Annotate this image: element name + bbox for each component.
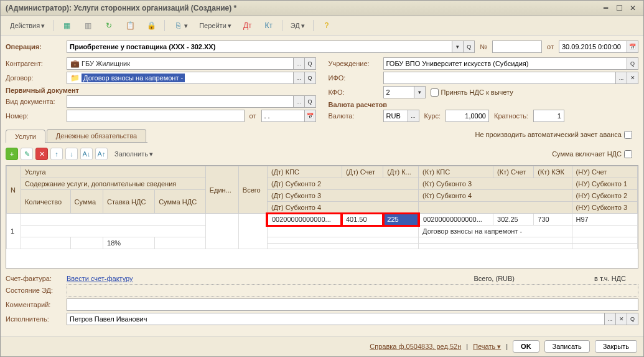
- performer-select-btn[interactable]: ...: [605, 313, 616, 325]
- delete-row-button[interactable]: ✕: [35, 148, 48, 160]
- col-kt-kek[interactable]: (Кт) КЭК: [534, 166, 572, 178]
- col-dt-sub4[interactable]: (Дт) Субконто 4: [267, 202, 418, 214]
- col-dt-acc[interactable]: (Дт) Счет: [342, 166, 383, 178]
- close-button[interactable]: ✕: [627, 3, 638, 13]
- multiplicity-field[interactable]: [533, 110, 564, 122]
- col-kt-sub3[interactable]: (Кт) Субконто 3: [419, 178, 572, 190]
- institution-field[interactable]: [383, 57, 628, 70]
- col-service[interactable]: Услуга: [21, 166, 206, 178]
- cell-kt-sub3[interactable]: Договор взносы на капремонт -: [419, 226, 572, 237]
- col-desc[interactable]: Содержание услуги, дополнительные сведен…: [21, 178, 206, 190]
- number2-field[interactable]: [67, 110, 245, 122]
- table-row[interactable]: 18%: [7, 237, 638, 244]
- help-button[interactable]: ?: [317, 19, 336, 32]
- cell-kt-acc[interactable]: 302.25: [493, 214, 534, 226]
- goto-menu[interactable]: Перейти ▾: [195, 20, 236, 32]
- performer-x-btn[interactable]: ✕: [616, 313, 627, 325]
- operation-clear-btn[interactable]: Q: [464, 40, 475, 53]
- ed-menu[interactable]: ЭД ▾: [286, 20, 309, 32]
- currency-field[interactable]: [383, 110, 408, 122]
- minimize-button[interactable]: ━: [600, 3, 611, 13]
- performer-field[interactable]: [67, 313, 605, 325]
- kfo-field[interactable]: [383, 86, 414, 98]
- reference-link[interactable]: Справка ф.0504833, ред.52н: [370, 343, 461, 350]
- doc-type-q-btn[interactable]: Q: [305, 95, 316, 108]
- tab-services[interactable]: Услуги: [6, 130, 45, 143]
- col-n[interactable]: N: [7, 166, 21, 214]
- cell-dt-acc[interactable]: 401.50: [342, 214, 383, 226]
- add-row-button[interactable]: +: [6, 148, 18, 160]
- cell-kt-kps[interactable]: 00200000000000...: [419, 214, 493, 226]
- col-total[interactable]: Всего: [238, 166, 267, 214]
- table-row[interactable]: Договор взносы на капремонт -: [7, 226, 638, 237]
- institution-q-btn[interactable]: Q: [627, 57, 638, 70]
- currency-select-btn[interactable]: ...: [408, 110, 419, 122]
- cell-dt-k[interactable]: 225: [383, 214, 419, 226]
- sum-includes-vat-checkbox[interactable]: [624, 150, 632, 158]
- col-nu-acc[interactable]: (НУ) Счет: [572, 166, 637, 178]
- contract-select-btn[interactable]: ...: [294, 72, 305, 84]
- doc-type-select-btn[interactable]: ...: [294, 95, 305, 108]
- cell-dt-kps[interactable]: 00200000000000...: [267, 214, 342, 226]
- col-vat-sum[interactable]: Сумма НДС: [155, 190, 206, 214]
- date-field[interactable]: [559, 40, 627, 53]
- fill-menu[interactable]: Заполнить ▾: [110, 148, 157, 160]
- cell-n[interactable]: 1: [7, 214, 21, 249]
- close-form-button[interactable]: Закрыть: [595, 340, 637, 353]
- col-qty[interactable]: Количество: [21, 190, 70, 214]
- col-kt-acc[interactable]: (Кт) Счет: [493, 166, 534, 178]
- performer-q-btn[interactable]: Q: [627, 313, 638, 325]
- number-field[interactable]: [492, 40, 542, 53]
- edit-row-button[interactable]: ✎: [21, 148, 33, 160]
- counterparty-q-btn[interactable]: Q: [305, 57, 316, 70]
- col-dt-kps[interactable]: (Дт) КПС: [267, 166, 342, 178]
- col-nu-sub2[interactable]: (НУ) Субконто 2: [572, 190, 637, 202]
- toolbar-btn-4[interactable]: 📋: [121, 19, 139, 32]
- cell-nu-acc[interactable]: Н97: [572, 214, 637, 226]
- contract-value[interactable]: Договор взносы на капремонт -: [82, 74, 185, 82]
- col-dt-sub3[interactable]: (Дт) Субконто 3: [267, 190, 418, 202]
- invoice-link[interactable]: Ввести счет-фактуру: [67, 275, 133, 282]
- ifo-field[interactable]: [383, 72, 617, 84]
- doc-type-field[interactable]: [67, 95, 294, 108]
- tab-obligations[interactable]: Денежные обязательства: [47, 129, 146, 142]
- col-unit[interactable]: Един...: [205, 166, 238, 214]
- kfo-dropdown-btn[interactable]: ▾: [414, 86, 426, 98]
- move-down-button[interactable]: ↓: [65, 148, 78, 160]
- col-nu-sub1[interactable]: (НУ) Субконто 1: [572, 178, 637, 190]
- rate-field[interactable]: [446, 110, 489, 122]
- operation-dropdown-btn[interactable]: ▾: [452, 40, 464, 53]
- date2-field[interactable]: [261, 110, 305, 122]
- sort-desc-button[interactable]: A↑: [95, 148, 108, 160]
- date-calendar-btn[interactable]: 📅: [627, 40, 638, 53]
- toolbar-btn-2[interactable]: ▥: [78, 19, 97, 32]
- cell-vat-rate[interactable]: 18%: [103, 237, 155, 249]
- toolbar-btn-5[interactable]: 🔒: [142, 19, 161, 32]
- toolbar-btn-6[interactable]: ⎘▾: [169, 19, 192, 32]
- actions-menu[interactable]: Действия ▾: [6, 20, 49, 32]
- vat-checkbox[interactable]: [431, 88, 439, 97]
- maximize-button[interactable]: ☐: [614, 3, 625, 13]
- col-vat-rate[interactable]: Ставка НДС: [103, 190, 155, 214]
- counterparty-select-btn[interactable]: ...: [294, 57, 305, 70]
- toolbar-btn-3[interactable]: ↻: [100, 19, 118, 32]
- col-nu-sub3[interactable]: (НУ) Субконто 3: [572, 202, 637, 214]
- ifo-x-btn[interactable]: ✕: [627, 72, 638, 84]
- sort-asc-button[interactable]: A↓: [80, 148, 93, 160]
- counterparty-value[interactable]: ГБУ Жилищник: [82, 60, 130, 67]
- move-up-button[interactable]: ↑: [50, 148, 63, 160]
- toolbar-btn-7[interactable]: Дт: [238, 19, 257, 32]
- col-dt-k[interactable]: (Дт) К...: [383, 166, 419, 178]
- contract-q-btn[interactable]: Q: [305, 72, 316, 84]
- toolbar-btn-8[interactable]: Кт: [259, 19, 278, 32]
- toolbar-btn-1[interactable]: ▦: [57, 19, 76, 32]
- no-auto-offset-checkbox[interactable]: [624, 131, 632, 139]
- ok-button[interactable]: OK: [513, 340, 539, 353]
- operation-field[interactable]: [67, 40, 452, 53]
- print-menu[interactable]: Печать ▾: [473, 343, 501, 351]
- col-dt-sub2[interactable]: (Дт) Субконто 2: [267, 178, 418, 190]
- save-button[interactable]: Записать: [544, 340, 590, 353]
- comment-field[interactable]: [67, 298, 638, 311]
- col-kt-sub4[interactable]: (Кт) Субконто 4: [419, 190, 572, 202]
- ifo-select-btn[interactable]: ...: [616, 72, 627, 84]
